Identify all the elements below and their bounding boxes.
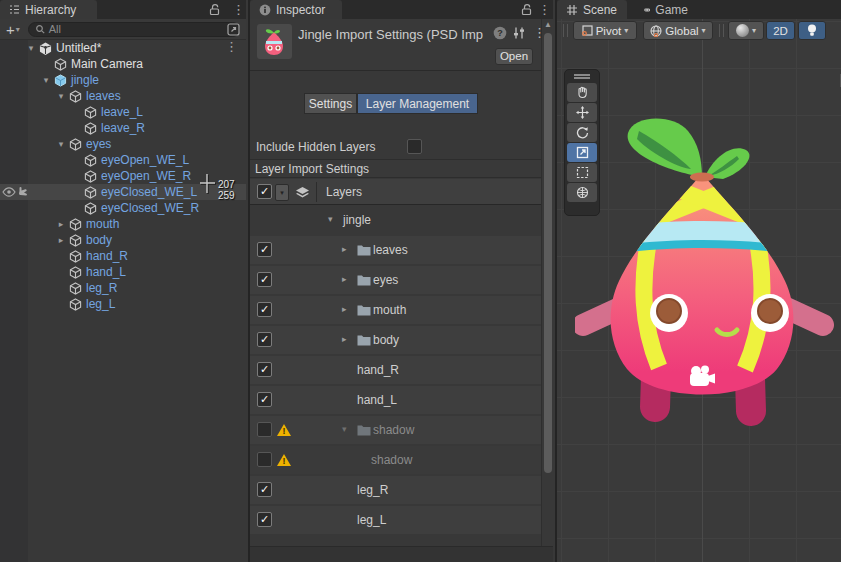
tools-drag-handle[interactable]	[574, 74, 590, 79]
layer-row-leg_l[interactable]: ✓leg_L	[250, 506, 544, 534]
hierarchy-row-leg_r[interactable]: leg_R	[0, 280, 246, 296]
toolbar-handle[interactable]	[563, 24, 568, 37]
tab-settings[interactable]: Settings	[304, 93, 357, 114]
scene-viewport[interactable]: Pivot▾ Global▾ ▾ 2D	[557, 19, 841, 562]
layer-row-leg_r[interactable]: ✓leg_R	[250, 476, 544, 504]
tool-hand[interactable]	[567, 83, 597, 102]
foldout-collapsed-icon[interactable]: ▸	[342, 304, 347, 314]
layer-row-hand_l[interactable]: ✓hand_L	[250, 386, 544, 414]
layers-select-dropdown[interactable]: ▾	[275, 184, 289, 201]
inspector-scrollbar[interactable]: ▲	[541, 19, 553, 546]
hierarchy-row-leave_r[interactable]: leave_R	[0, 120, 246, 136]
layers-select-all-checkbox[interactable]: ✓	[257, 184, 272, 199]
scrollbar-thumb[interactable]	[544, 33, 552, 473]
foldout-collapsed-icon[interactable]: ▸	[342, 334, 347, 344]
hierarchy-row-hand_l[interactable]: hand_L	[0, 264, 246, 280]
scene-view-toolbar: Pivot▾ Global▾ ▾ 2D	[557, 19, 841, 43]
foldout-expanded-icon[interactable]: ▾	[342, 424, 347, 434]
foldout-expanded-icon[interactable]: ▾	[26, 40, 36, 56]
scrollbar-up-icon[interactable]: ▲	[542, 20, 554, 29]
hierarchy-item-label: body	[86, 232, 112, 248]
tool-rotate[interactable]	[567, 123, 597, 142]
scene-tools-overlay	[564, 69, 600, 216]
pivot-dropdown[interactable]: Pivot▾	[573, 21, 637, 40]
hierarchy-row-eyes[interactable]: ▾eyes	[0, 136, 246, 152]
pickability-hand-icon[interactable]	[16, 185, 30, 199]
tab-game[interactable]: Game	[635, 0, 697, 19]
visibility-eye-icon[interactable]	[2, 185, 16, 199]
folder-icon	[357, 424, 371, 436]
layer-row-leaves[interactable]: ✓▸leaves	[250, 236, 544, 264]
include-hidden-layers-checkbox[interactable]	[407, 139, 422, 154]
shading-mode-dropdown[interactable]: ▾	[728, 21, 764, 40]
asset-title: Jingle Import Settings (PSD Imp	[298, 27, 486, 42]
layer-row-eyes[interactable]: ✓▸eyes	[250, 266, 544, 294]
layer-checkbox[interactable]: ✓	[257, 482, 272, 497]
foldout-collapsed-icon[interactable]: ▸	[342, 274, 347, 284]
hierarchy-row-untitled*[interactable]: ▾Untitled*⋮	[0, 40, 246, 56]
warning-icon: !	[277, 454, 291, 466]
layer-checkbox[interactable]: ✓	[257, 512, 272, 527]
layer-row-mouth[interactable]: ✓▸mouth	[250, 296, 544, 324]
unlock-icon[interactable]	[520, 3, 533, 16]
tab-layer-management[interactable]: Layer Management	[357, 93, 478, 114]
hierarchy-row-main camera[interactable]: Main Camera	[0, 56, 246, 72]
tool-rect[interactable]	[567, 163, 597, 182]
foldout-expanded-icon[interactable]: ▾	[56, 88, 66, 104]
cube-icon	[69, 282, 82, 295]
hierarchy-menu-icon[interactable]: ⋮	[232, 3, 245, 16]
layer-checkbox[interactable]: ✓	[257, 362, 272, 377]
character-jingle[interactable]	[575, 111, 835, 441]
inspector-menu-icon[interactable]: ⋮	[538, 3, 551, 16]
layer-checkbox[interactable]: ✓	[257, 392, 272, 407]
layer-row-body[interactable]: ✓▸body	[250, 326, 544, 354]
foldout-expanded-icon[interactable]: ▾	[41, 72, 51, 88]
layer-row-jingle[interactable]: ▾jingle	[250, 206, 544, 234]
add-object-button[interactable]: +▾	[0, 21, 24, 38]
open-button[interactable]: Open	[495, 48, 533, 65]
hierarchy-row-leg_l[interactable]: leg_L	[0, 296, 246, 312]
foldout-expanded-icon[interactable]: ▾	[56, 136, 66, 152]
search-window-icon[interactable]	[227, 23, 240, 36]
hierarchy-search-input[interactable]: All	[28, 22, 240, 37]
scene-options-icon[interactable]: ⋮	[225, 40, 238, 53]
2d-toggle-button[interactable]: 2D	[766, 21, 795, 40]
foldout-collapsed-icon[interactable]: ▸	[56, 216, 66, 232]
hierarchy-row-eyeclosed_we_r[interactable]: eyeClosed_WE_R	[0, 200, 246, 216]
hierarchy-row-jingle[interactable]: ▾jingle	[0, 72, 246, 88]
tool-scale[interactable]	[567, 143, 597, 162]
inspector-tab-label: Inspector	[276, 3, 325, 17]
layer-checkbox[interactable]	[257, 452, 272, 467]
asset-thumbnail	[257, 24, 292, 59]
hierarchy-row-hand_r[interactable]: hand_R	[0, 248, 246, 264]
foldout-expanded-icon[interactable]: ▾	[328, 214, 333, 224]
help-icon[interactable]: ?	[493, 26, 507, 40]
presets-icon[interactable]	[512, 26, 526, 40]
hierarchy-row-eyeopen_we_l[interactable]: eyeOpen_WE_L	[0, 152, 246, 168]
hierarchy-row-mouth[interactable]: ▸mouth	[0, 216, 246, 232]
layer-checkbox[interactable]	[257, 422, 272, 437]
layer-row-hand_r[interactable]: ✓hand_R	[250, 356, 544, 384]
toolbar-separator	[719, 24, 724, 37]
tab-scene[interactable]: Scene	[557, 0, 627, 19]
tool-transform[interactable]	[567, 183, 597, 202]
hierarchy-row-leave_l[interactable]: leave_L	[0, 104, 246, 120]
layer-row-shadow-child[interactable]: !shadow	[250, 446, 544, 474]
tab-hierarchy[interactable]: Hierarchy	[0, 0, 97, 19]
layer-checkbox[interactable]: ✓	[257, 242, 272, 257]
lighting-toggle-button[interactable]	[798, 21, 826, 40]
hierarchy-row-body[interactable]: ▸body	[0, 232, 246, 248]
foldout-collapsed-icon[interactable]: ▸	[56, 232, 66, 248]
unlock-icon[interactable]	[208, 3, 221, 16]
layer-checkbox[interactable]: ✓	[257, 272, 272, 287]
layer-checkbox[interactable]: ✓	[257, 302, 272, 317]
hierarchy-row-leaves[interactable]: ▾leaves	[0, 88, 246, 104]
tab-inspector[interactable]: Inspector	[250, 0, 342, 19]
global-dropdown[interactable]: Global▾	[643, 21, 713, 40]
cube-icon	[69, 90, 82, 103]
layer-checkbox[interactable]: ✓	[257, 332, 272, 347]
scene-tabbar: Scene Game	[557, 0, 841, 19]
foldout-collapsed-icon[interactable]: ▸	[342, 244, 347, 254]
tool-move[interactable]	[567, 103, 597, 122]
layer-row-shadow[interactable]: !▾shadow	[250, 416, 544, 444]
